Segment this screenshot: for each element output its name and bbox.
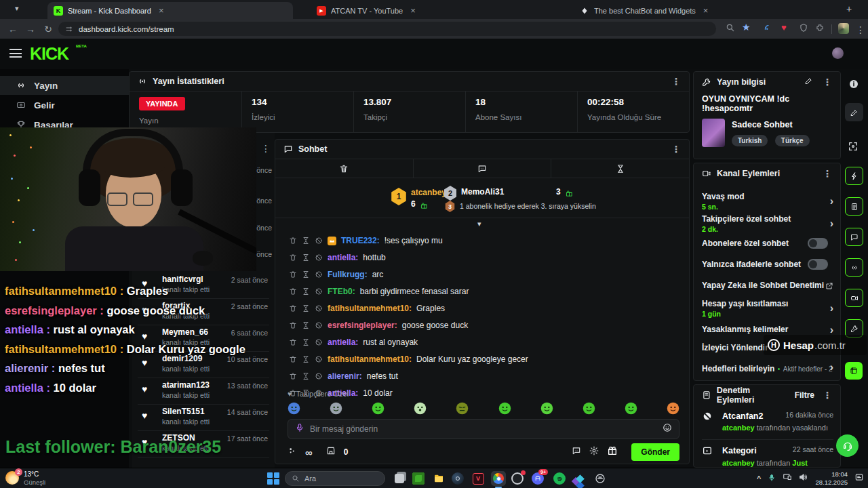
tray-clock[interactable]: 18:04 28.12.2025 xyxy=(815,470,848,487)
clear-chat-button[interactable] xyxy=(275,159,413,178)
chat-settings-bubble-icon[interactable] xyxy=(572,446,581,458)
gear-icon[interactable] xyxy=(589,446,599,458)
chat-username[interactable]: fatihsultanmehmet10 xyxy=(328,354,412,364)
timeout-user-icon[interactable] xyxy=(302,338,310,346)
ban-user-icon[interactable] xyxy=(315,338,323,346)
infinity-icon[interactable]: ∞ xyxy=(305,447,313,458)
sidebar-item-yayin[interactable]: Yayın xyxy=(0,76,129,95)
emoji-picker-icon[interactable] xyxy=(663,423,672,435)
ban-user-icon[interactable] xyxy=(315,321,323,329)
ban-user-icon[interactable] xyxy=(315,253,323,262)
emote-icon[interactable] xyxy=(330,402,342,415)
task-view-icon[interactable] xyxy=(392,471,407,486)
action-set-goals[interactable]: Hedefleri belirleyin • Aktif hedefler - … xyxy=(702,362,833,374)
timeout-user-icon[interactable] xyxy=(302,355,310,363)
chat-username[interactable]: fatihsultanmehmet10 xyxy=(328,304,412,313)
broadcast-widget-icon[interactable] xyxy=(845,258,863,277)
sidebar-item-gelir[interactable]: Gelir xyxy=(0,96,129,115)
reload-icon[interactable]: ↻ xyxy=(39,24,57,35)
send-button[interactable]: Gönder xyxy=(631,443,679,461)
identity-icon[interactable] xyxy=(288,446,297,458)
action-followers-only[interactable]: Takipçilere özel sohbet 2 dk. › xyxy=(702,214,833,233)
delete-message-icon[interactable] xyxy=(289,355,297,363)
minecraft-icon[interactable] xyxy=(411,471,426,486)
user-avatar[interactable] xyxy=(832,47,844,59)
emote-icon[interactable] xyxy=(667,402,679,415)
notes-icon[interactable] xyxy=(845,197,863,216)
close-tab-icon[interactable]: × xyxy=(703,5,709,16)
camera-widget-icon[interactable] xyxy=(845,289,863,307)
voice-message-icon[interactable] xyxy=(295,423,304,435)
ban-user-icon[interactable] xyxy=(315,355,323,363)
delete-message-icon[interactable] xyxy=(289,321,297,329)
action-banned-words[interactable]: Yasaklanmış kelimeler › xyxy=(702,325,833,334)
filter-button[interactable]: Filtre xyxy=(795,390,814,400)
top-gifter-name[interactable]: atcanbey xyxy=(411,188,446,197)
kick-logo[interactable]: KICK xyxy=(30,44,68,64)
stats-menu-icon[interactable]: ⋮ xyxy=(671,77,681,86)
follower-row[interactable]: ♥ SilenT5151 kanalı takip etti 14 saat ö… xyxy=(138,405,269,431)
zoom-icon[interactable] xyxy=(726,23,735,35)
obs-icon[interactable] xyxy=(510,471,525,486)
category-thumbnail[interactable] xyxy=(702,119,725,147)
timeout-user-icon[interactable] xyxy=(302,372,310,380)
emote-icon[interactable] xyxy=(288,402,300,415)
timeout-user-icon[interactable] xyxy=(302,304,310,312)
edit-stream-info-icon[interactable] xyxy=(805,77,813,87)
bookmark-star-icon[interactable]: ★ xyxy=(742,22,751,33)
ban-user-icon[interactable] xyxy=(315,270,323,279)
activity-menu-icon[interactable]: ⋮ xyxy=(261,144,271,153)
emote-icon[interactable] xyxy=(625,402,637,415)
discord-icon[interactable]: ᗩ9+ xyxy=(530,471,545,486)
delete-message-icon[interactable] xyxy=(289,270,297,279)
tray-display-icon[interactable] xyxy=(783,472,792,485)
weather-widget[interactable]: 2 13°CGüneşli xyxy=(5,470,45,486)
delete-message-icon[interactable] xyxy=(289,372,297,380)
new-tab-button[interactable]: + xyxy=(846,3,852,14)
keyboard-app-icon[interactable] xyxy=(593,471,608,486)
file-explorer-icon[interactable] xyxy=(431,471,446,486)
shield-extension-icon[interactable] xyxy=(799,23,808,35)
stream-info-menu-icon[interactable]: ⋮ xyxy=(823,77,832,87)
shop-icon[interactable] xyxy=(326,446,336,458)
mod-actions-menu-icon[interactable]: ⋮ xyxy=(823,390,832,400)
second-gifter-name[interactable]: MemoAli31 xyxy=(461,187,504,197)
taskbar-search[interactable]: Ara xyxy=(285,471,385,486)
chat-username[interactable]: esrefsingleplayer xyxy=(328,321,397,330)
chat-username[interactable]: TRUE232 xyxy=(341,236,380,245)
steam-icon[interactable] xyxy=(450,471,465,486)
emote-icon[interactable] xyxy=(414,402,427,415)
screenshot-icon[interactable] xyxy=(848,141,859,155)
action-account-age[interactable]: Hesap yaşı kısıtlaması 1 gün › xyxy=(702,299,833,318)
spotify-icon[interactable] xyxy=(552,471,567,486)
category-name[interactable]: Sadece Sohbet xyxy=(732,120,814,129)
chat-username[interactable]: antiella xyxy=(328,338,358,347)
emote-icon[interactable] xyxy=(540,402,553,415)
ban-user-icon[interactable] xyxy=(315,287,323,296)
back-icon[interactable]: ← xyxy=(4,24,22,35)
close-tab-icon[interactable]: × xyxy=(159,5,164,16)
tag-pill[interactable]: Turkish xyxy=(732,135,768,146)
tray-volume-icon[interactable] xyxy=(799,472,808,485)
action-slow-mode[interactable]: Yavaş mod 5 sn. › xyxy=(702,192,833,211)
mod-entry-ban[interactable]: Atcanfan2 16 dakika önce atcanbey tarafı… xyxy=(702,409,833,432)
tray-expand-icon[interactable]: ^ xyxy=(757,474,761,483)
notification-center-icon[interactable] xyxy=(854,472,864,485)
emote-icon[interactable] xyxy=(583,402,595,415)
tab-search-chevron-icon[interactable]: ▾ xyxy=(15,4,19,13)
delete-message-icon[interactable] xyxy=(289,237,297,245)
collapse-leaderboard-icon[interactable]: ▾ xyxy=(477,220,481,228)
support-chat-bubble[interactable] xyxy=(836,434,859,457)
timeout-user-icon[interactable] xyxy=(302,287,310,296)
forward-icon[interactable]: → xyxy=(22,24,39,35)
start-button[interactable] xyxy=(266,471,281,486)
heart-extension-icon[interactable]: ♥ xyxy=(781,22,787,33)
cast-audio-icon[interactable] xyxy=(764,23,773,35)
delete-message-icon[interactable] xyxy=(289,304,297,312)
subs-only-toggle[interactable] xyxy=(808,238,828,249)
timeout-user-icon[interactable] xyxy=(302,253,310,262)
action-ai-moderation[interactable]: Yapay Zeka ile Sohbet Denetimi xyxy=(702,281,833,290)
ban-user-icon[interactable] xyxy=(315,237,323,245)
chat-menu-icon[interactable]: ⋮ xyxy=(671,144,681,154)
gift-sub-icon[interactable] xyxy=(607,445,618,459)
